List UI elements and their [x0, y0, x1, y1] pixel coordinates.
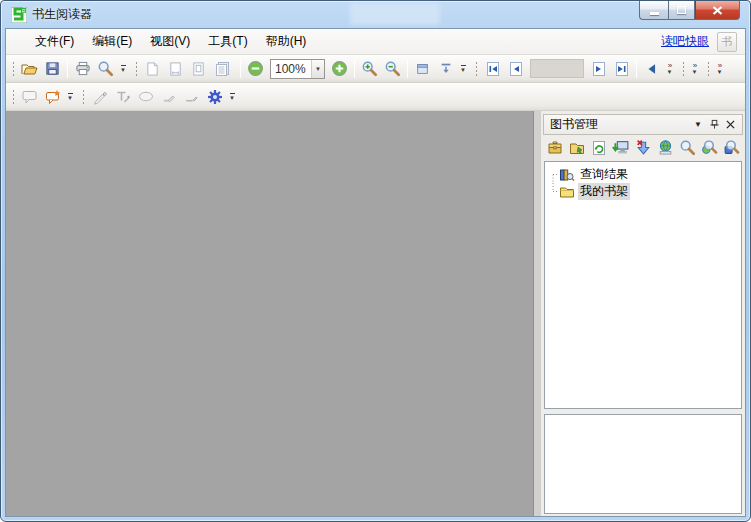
double-chevron-icon: »	[668, 62, 671, 69]
cancel-download-button[interactable]	[632, 137, 654, 159]
open-file-button[interactable]	[18, 57, 41, 80]
next-page-button[interactable]	[587, 57, 610, 80]
duba-quick-eye-link[interactable]: 读吧快眼	[661, 33, 709, 50]
panel-pin-button[interactable]	[706, 117, 722, 133]
menu-view[interactable]: 视图(V)	[141, 30, 199, 53]
full-screen-button[interactable]	[411, 57, 434, 80]
title-bar[interactable]: R 书生阅读器	[5, 1, 746, 28]
tree-item-my-bookshelf[interactable]: 我的书架	[547, 183, 739, 200]
menu-file[interactable]: 文件(F)	[26, 30, 83, 53]
close-button[interactable]	[695, 1, 740, 20]
annotation-settings-button[interactable]	[203, 85, 226, 108]
page-number-input[interactable]	[530, 59, 584, 78]
toolbar-grip[interactable]	[12, 89, 15, 105]
open-folder-icon	[21, 61, 38, 77]
toolbar-grip[interactable]	[82, 89, 85, 105]
zoom-in-button[interactable]	[358, 57, 381, 80]
last-page-button[interactable]	[610, 57, 633, 80]
arrow-cancel-icon	[635, 139, 652, 156]
zoom-out-magnifier-icon	[384, 60, 401, 77]
text-annotation-button[interactable]	[111, 85, 134, 108]
panel-close-button[interactable]	[722, 117, 738, 133]
toolbar-annotation: ▼	[6, 83, 745, 111]
search-button[interactable]	[94, 57, 117, 80]
tree-item-query-results[interactable]: 查询结果	[547, 166, 739, 183]
zoom-increase-button[interactable]	[328, 57, 351, 80]
menu-edit[interactable]: 编辑(E)	[83, 30, 141, 53]
menu-tools[interactable]: 工具(T)	[199, 30, 256, 53]
magnifier-globe-icon	[701, 139, 718, 156]
client-area: 文件(F) 编辑(E) 视图(V) 工具(T) 帮助(H) 读吧快眼 书	[5, 28, 746, 517]
ellipse-icon	[137, 89, 155, 104]
zoom-level-combobox[interactable]: 100% ▼	[270, 59, 325, 79]
menu-help[interactable]: 帮助(H)	[257, 30, 316, 53]
previous-page-button[interactable]	[504, 57, 527, 80]
dropdown-bar	[461, 65, 466, 66]
zoom-decrease-button[interactable]	[244, 57, 267, 80]
single-page-view-button[interactable]	[141, 57, 164, 80]
refresh-button[interactable]	[588, 137, 610, 159]
tree-item-label[interactable]: 我的书架	[578, 183, 630, 200]
minimize-icon	[650, 12, 659, 15]
toolbar-grip[interactable]	[12, 61, 15, 77]
toolbar-options-dropdown[interactable]: ▼	[226, 85, 238, 108]
zoom-out-button[interactable]	[381, 57, 404, 80]
line-tool-button[interactable]	[180, 85, 203, 108]
advanced-search-button[interactable]	[720, 137, 742, 159]
magnifier-icon	[679, 139, 696, 156]
download-to-computer-button[interactable]	[610, 137, 632, 159]
chevron-down-icon: ▼	[460, 67, 466, 73]
chevron-down-icon: ▼	[667, 69, 673, 75]
chevron-down-icon[interactable]: ▼	[311, 60, 324, 78]
tree-connector	[547, 183, 559, 200]
print-button[interactable]	[71, 57, 94, 80]
online-library-button[interactable]	[654, 137, 676, 159]
fit-width-view-button[interactable]	[164, 57, 187, 80]
toolbar-main: ▼	[6, 55, 745, 83]
toolbar-overflow-button[interactable]: »▼	[713, 57, 726, 80]
toolbar-grip[interactable]	[682, 61, 685, 77]
toolbar-overflow-button[interactable]: »▼	[663, 57, 676, 80]
collapsed-toolbar-group-2: »▼	[703, 56, 728, 82]
panel-header[interactable]: 图书管理 ▼	[543, 114, 743, 135]
toolbar-grip[interactable]	[707, 61, 710, 77]
toolbar-options-dropdown[interactable]: ▼	[457, 57, 469, 80]
search-online-button[interactable]	[698, 137, 720, 159]
app-logo-icon: R	[11, 7, 27, 23]
pen-tool-button[interactable]	[88, 85, 111, 108]
add-comment-button[interactable]	[41, 85, 64, 108]
magnifier-square-icon	[723, 139, 740, 156]
printer-icon	[75, 61, 91, 76]
document-canvas[interactable]	[6, 111, 534, 516]
close-icon	[712, 6, 723, 15]
search-local-button[interactable]	[676, 137, 698, 159]
tree-item-label[interactable]: 查询结果	[578, 166, 630, 183]
continuous-view-button[interactable]	[210, 57, 233, 80]
book-management-panel: 图书管理 ▼	[541, 111, 745, 516]
go-back-button[interactable]	[640, 57, 663, 80]
book-mode-button[interactable]: 书	[717, 32, 737, 52]
window-controls	[639, 1, 740, 20]
previous-page-icon	[508, 61, 524, 77]
show-comments-button[interactable]	[18, 85, 41, 108]
fit-to-width-button[interactable]	[434, 57, 457, 80]
ellipse-tool-button[interactable]	[134, 85, 157, 108]
toolbar-options-dropdown[interactable]: ▼	[117, 57, 129, 80]
first-page-button[interactable]	[481, 57, 504, 80]
open-book-button[interactable]	[544, 137, 566, 159]
toolbar-grip[interactable]	[135, 61, 138, 77]
separator	[636, 59, 637, 78]
toolbar-overflow-button[interactable]: »▼	[688, 57, 701, 80]
save-button[interactable]	[41, 57, 64, 80]
minimize-button[interactable]	[639, 1, 668, 20]
highlight-tool-button[interactable]	[157, 85, 180, 108]
actual-size-view-button[interactable]	[187, 57, 210, 80]
main-content: 图书管理 ▼	[6, 111, 745, 516]
panel-menu-button[interactable]: ▼	[690, 117, 706, 133]
panel-splitter[interactable]	[534, 111, 541, 516]
toolbar-options-dropdown[interactable]: ▼	[64, 85, 76, 108]
toolbar-grip[interactable]	[475, 61, 478, 77]
import-book-button[interactable]	[566, 137, 588, 159]
zoom-level-value: 100%	[271, 62, 311, 76]
maximize-button[interactable]	[668, 1, 695, 20]
